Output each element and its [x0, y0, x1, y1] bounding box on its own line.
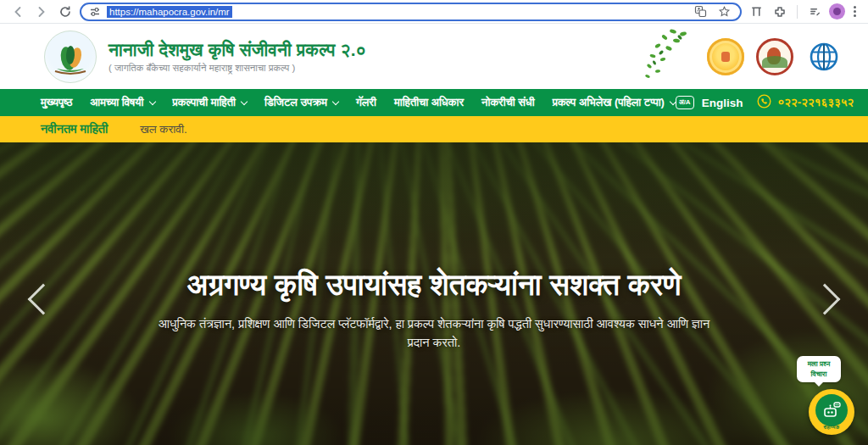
- news-ticker: नवीनतम माहिती खल करावी.: [0, 116, 868, 142]
- chatbot-widget[interactable]: मला प्रश्न विचारा सहाय्यक: [797, 356, 856, 435]
- project-logo[interactable]: [44, 31, 97, 83]
- chevron-down-icon: [148, 97, 155, 104]
- chatbot-button[interactable]: सहाय्यक: [809, 389, 854, 435]
- toolbar-divider: [797, 5, 798, 19]
- browser-toolbar: https://mahapocra.gov.in/mr: [0, 0, 868, 24]
- translate-icon: अ/A: [676, 96, 694, 109]
- forward-icon[interactable]: [32, 3, 51, 21]
- chatbot-badge-label: सहाय्यक: [809, 425, 854, 431]
- nav-item-project-info[interactable]: प्रकल्पाची माहिती: [173, 96, 247, 109]
- maharashtra-govt-seal: [707, 38, 744, 75]
- chatbot-robot-icon: [815, 394, 848, 426]
- side-panel-icon[interactable]: [747, 3, 765, 21]
- hero-subheading: आधुनिक तंत्रज्ञान, प्रशिक्षण आणि डिजिटल …: [146, 314, 722, 353]
- site-subtitle: ( जागतिक बँकेच्या सहकार्याने महाराष्ट्र …: [108, 63, 366, 74]
- phone-contact[interactable]: ०२२-२२१६३३५२: [757, 94, 854, 112]
- chevron-down-icon: [241, 97, 248, 104]
- nav-item-project-records[interactable]: प्रकल्प अभिलेख (पहिला टप्पा): [553, 96, 676, 109]
- nav-item-jobs[interactable]: नोकरीची संधी: [481, 96, 535, 109]
- world-bank-logo: [805, 38, 843, 75]
- language-switch[interactable]: English: [702, 97, 743, 109]
- nav-item-gallery[interactable]: गॅलरी: [356, 96, 376, 109]
- leaves-decoration-icon: [641, 27, 695, 86]
- site-header: नानाजी देशमुख कृषि संजीवनी प्रकल्प २.० (…: [0, 24, 868, 89]
- ticker-label: नवीनतम माहिती: [41, 122, 108, 136]
- nav-item-rti[interactable]: माहितीचा अधिकार: [394, 96, 464, 109]
- ticker-text[interactable]: खल करावी.: [140, 123, 187, 136]
- site-settings-icon[interactable]: [88, 3, 102, 21]
- extensions-icon[interactable]: [771, 3, 789, 21]
- address-bar[interactable]: https://mahapocra.gov.in/mr: [80, 3, 742, 21]
- toolbar-extension-icon[interactable]: [805, 3, 824, 21]
- chevron-down-icon: [332, 97, 339, 104]
- bookmark-star-icon[interactable]: [715, 3, 733, 21]
- translate-page-icon[interactable]: [691, 3, 709, 21]
- main-navigation: मुख्यपृष्ठ आमच्या विषयी प्रकल्पाची माहित…: [0, 89, 868, 116]
- site-title: नानाजी देशमुख कृषि संजीवनी प्रकल्प २.०: [108, 40, 366, 60]
- nav-item-home[interactable]: मुख्यपृष्ठ: [41, 96, 72, 109]
- phone-number: ०२२-२२१६३३५२: [777, 96, 854, 109]
- nav-item-about[interactable]: आमच्या विषयी: [90, 96, 154, 109]
- back-icon[interactable]: [8, 3, 27, 21]
- chatbot-bubble[interactable]: मला प्रश्न विचारा: [797, 356, 841, 382]
- reload-icon[interactable]: [56, 3, 75, 21]
- browser-menu-icon[interactable]: [850, 4, 860, 19]
- nav-item-digital-initiatives[interactable]: डिजिटल उपक्रम: [264, 96, 338, 109]
- url-text[interactable]: https://mahapocra.gov.in/mr: [107, 6, 232, 18]
- hero-heading: अग्रगण्य कृषि उपायांसह शेतकऱ्यांना सशक्त…: [102, 268, 766, 303]
- hero-carousel: अग्रगण्य कृषि उपायांसह शेतकऱ्यांना सशक्त…: [0, 142, 868, 445]
- agriculture-dept-seal: [756, 38, 793, 75]
- profile-avatar[interactable]: [829, 3, 845, 19]
- phone-icon: [757, 94, 771, 112]
